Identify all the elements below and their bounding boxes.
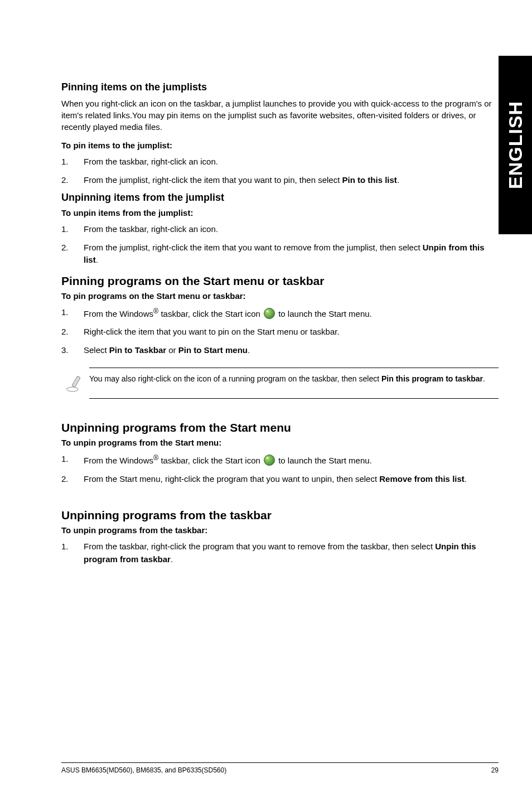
list-item: 2. From the jumplist, right-click the it… (61, 174, 499, 187)
list-item: 1. From the taskbar, right-click an icon… (61, 156, 499, 168)
sub-unpin-start: To unpin programs from the Start menu: (61, 438, 499, 447)
list-item: 1. From the Windows® taskbar, click the … (61, 453, 499, 467)
step-number: 1. (61, 540, 84, 566)
step-text: Select Pin to Taskbar or Pin to Start me… (84, 344, 499, 357)
page-footer: ASUS BM6635(MD560), BM6835, and BP6335(S… (61, 762, 499, 774)
start-icon (264, 455, 275, 466)
step-text: From the jumplist, right-click the item … (84, 241, 499, 267)
step-text: From the taskbar, right-click an icon. (84, 156, 499, 168)
svg-rect-1 (72, 376, 80, 387)
step-text: From the Start menu, right-click the pro… (84, 473, 499, 486)
step-number: 2. (61, 473, 84, 486)
step-number: 2. (61, 241, 84, 267)
step-text: From the Windows® taskbar, click the Sta… (84, 306, 499, 321)
list-item: 2. Right-click the item that you want to… (61, 326, 499, 339)
start-icon (264, 308, 275, 319)
step-text: From the taskbar, right-click an icon. (84, 223, 499, 236)
step-text: Right-click the item that you want to pi… (84, 326, 499, 339)
step-number: 1. (61, 306, 84, 321)
heading-unpinning-start: Unpinning programs from the Start menu (61, 421, 499, 434)
step-number: 1. (61, 156, 84, 168)
steps-pin-jumplist: 1. From the taskbar, right-click an icon… (61, 156, 499, 186)
sub-pin-jumplist: To pin items to the jumplist: (61, 141, 499, 150)
steps-unpin-start: 1. From the Windows® taskbar, click the … (61, 453, 499, 485)
heading-pinning-programs: Pinning programs on the Start menu or ta… (61, 274, 499, 288)
sub-pin-programs: To pin programs on the Start menu or tas… (61, 291, 499, 301)
note-box: You may also right-click on the icon of … (61, 368, 499, 399)
list-item: 1. From the taskbar, right-click an icon… (61, 223, 499, 236)
footer-left: ASUS BM6635(MD560), BM6835, and BP6335(S… (61, 766, 226, 774)
step-number: 3. (61, 344, 84, 357)
step-text: From the Windows® taskbar, click the Sta… (84, 453, 499, 467)
step-number: 2. (61, 174, 84, 187)
list-item: 3. Select Pin to Taskbar or Pin to Start… (61, 344, 499, 357)
list-item: 2. From the Start menu, right-click the … (61, 473, 499, 486)
divider (89, 398, 499, 399)
list-item: 2. From the jumplist, right-click the it… (61, 241, 499, 267)
heading-unpinning-taskbar: Unpinning programs from the taskbar (61, 509, 499, 522)
intro-paragraph: When you right-click an icon on the task… (61, 98, 499, 133)
divider (89, 368, 499, 368)
list-item: 1. From the taskbar, right-click the pro… (61, 540, 499, 566)
step-text: From the taskbar, right-click the progra… (84, 540, 499, 566)
sub-unpin-taskbar: To unpin programs from the taskbar: (61, 525, 499, 535)
step-number: 1. (61, 453, 84, 467)
step-text: From the jumplist, right-click the item … (84, 174, 499, 187)
step-number: 1. (61, 223, 84, 236)
page-number: 29 (491, 766, 499, 774)
sub-unpin-jumplist: To unpin items from the jumplist: (61, 208, 499, 218)
heading-unpinning-jumplist: Unpinning items from the jumplist (61, 192, 499, 204)
note-text: You may also right-click on the icon of … (89, 374, 499, 385)
svg-marker-2 (66, 386, 67, 390)
steps-unpin-jumplist: 1. From the taskbar, right-click an icon… (61, 223, 499, 267)
heading-pinning-jumplists: Pinning items on the jumplists (61, 81, 499, 93)
page-content: Pinning items on the jumplists When you … (0, 0, 532, 566)
steps-pin-programs: 1. From the Windows® taskbar, click the … (61, 306, 499, 357)
svg-point-0 (67, 387, 78, 392)
step-number: 2. (61, 326, 84, 339)
steps-unpin-taskbar: 1. From the taskbar, right-click the pro… (61, 540, 499, 566)
pencil-icon (61, 374, 89, 393)
list-item: 1. From the Windows® taskbar, click the … (61, 306, 499, 321)
